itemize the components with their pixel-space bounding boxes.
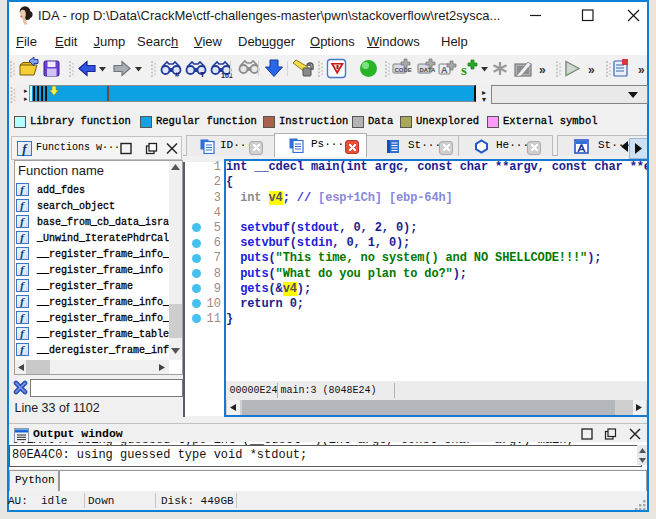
svg-text:s: s <box>461 62 467 78</box>
svg-text:#: # <box>175 70 180 79</box>
svg-text:CODE: CODE <box>395 67 412 73</box>
svg-text:DATA: DATA <box>420 67 436 73</box>
svg-text:»: » <box>539 63 546 77</box>
svg-text:T: T <box>200 70 205 79</box>
svg-text:»: » <box>588 63 595 77</box>
svg-text:101: 101 <box>221 72 233 79</box>
svg-text:»: » <box>638 63 645 77</box>
